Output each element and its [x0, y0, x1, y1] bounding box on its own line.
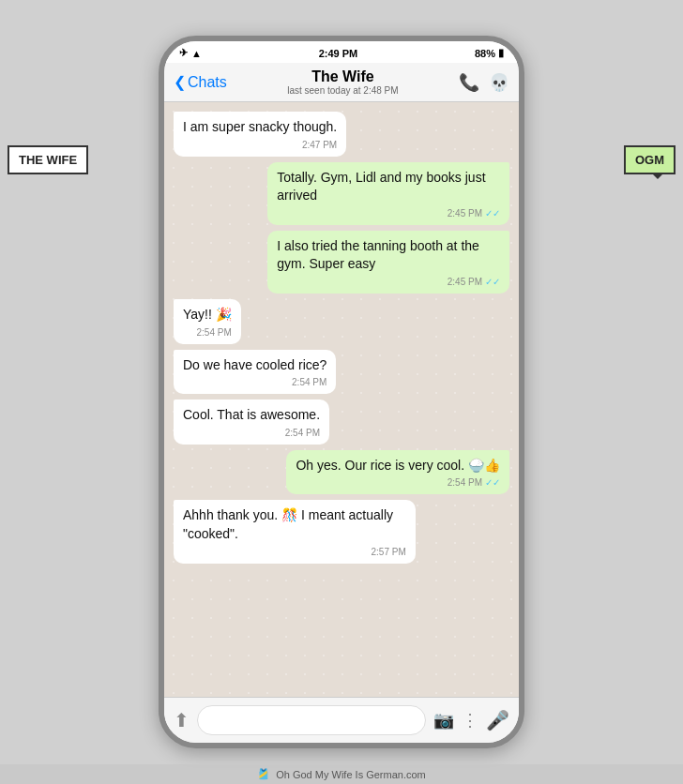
contact-name: The Wife — [227, 68, 459, 85]
status-bar: ✈ ▲ 2:49 PM 88% ▮ — [164, 41, 519, 63]
skull-icon[interactable]: 💀 — [489, 72, 509, 93]
message-text: Totally. Gym, Lidl and my books just arr… — [277, 169, 500, 205]
message-bubble: Yay!! 🎉2:54 PM — [174, 299, 241, 344]
phone-icon[interactable]: 📞 — [459, 72, 479, 93]
message-row: I am super snacky though.2:47 PM — [174, 112, 509, 157]
last-seen: last seen today at 2:48 PM — [227, 85, 459, 96]
message-text: Yay!! 🎉 — [183, 306, 232, 324]
message-row: I also tried the tanning booth at the gy… — [174, 231, 509, 294]
message-bubble: Oh yes. Our rice is very cool. 🍚👍2:54 PM… — [286, 450, 509, 495]
status-time: 2:49 PM — [319, 48, 358, 59]
back-button[interactable]: ❮ Chats — [174, 73, 227, 91]
bottom-bar: ⬆ 📷 ⋮ 🎤 — [164, 697, 519, 743]
message-bubble: I am super snacky though.2:47 PM — [174, 112, 346, 157]
message-time: 2:54 PM — [448, 476, 482, 490]
chat-area: I am super snacky though.2:47 PMTotally.… — [164, 102, 519, 697]
status-right: 88% ▮ — [475, 47, 504, 59]
message-bubble: Do we have cooled rice?2:54 PM — [174, 350, 336, 395]
upload-button[interactable]: ⬆ — [174, 709, 190, 731]
message-ticks: ✓✓ — [485, 276, 500, 289]
message-text: Ahhh thank you. 🎊 I meant actually "cook… — [183, 506, 406, 543]
message-text: I am super snacky though. — [183, 118, 337, 137]
message-bubble: I also tried the tanning booth at the gy… — [267, 231, 509, 294]
message-row: Do we have cooled rice?2:54 PM — [174, 350, 509, 395]
microphone-button[interactable]: 🎤 — [486, 709, 509, 731]
message-bubble: Ahhh thank you. 🎊 I meant actually "cook… — [174, 500, 416, 563]
message-text: Oh yes. Our rice is very cool. 🍚👍 — [296, 457, 500, 475]
message-row: Totally. Gym, Lidl and my books just arr… — [174, 162, 509, 225]
message-row: Oh yes. Our rice is very cool. 🍚👍2:54 PM… — [174, 450, 509, 495]
nav-icons: 📞 💀 — [459, 72, 509, 93]
message-text: Cool. That is awesome. — [183, 406, 320, 425]
message-time: 2:47 PM — [302, 139, 337, 152]
message-time: 2:45 PM — [448, 276, 482, 289]
message-time: 2:57 PM — [372, 546, 406, 559]
message-row: Yay!! 🎉2:54 PM — [174, 299, 509, 344]
phone-frame: ✈ ▲ 2:49 PM 88% ▮ ❮ Chats The Wife last … — [159, 36, 524, 748]
battery-icon: ▮ — [498, 47, 504, 59]
message-time: 2:54 PM — [197, 326, 232, 339]
footer-banner: 🎽 Oh God My Wife Is German.com — [0, 764, 683, 784]
message-time: 2:54 PM — [285, 427, 320, 440]
back-label[interactable]: Chats — [188, 74, 227, 91]
camera-button[interactable]: 📷 — [433, 710, 454, 731]
footer-text: Oh God My Wife Is German.com — [276, 769, 426, 780]
nav-center: The Wife last seen today at 2:48 PM — [227, 68, 459, 96]
message-time: 2:54 PM — [292, 376, 326, 389]
message-bubble: Totally. Gym, Lidl and my books just arr… — [267, 162, 509, 225]
battery-percent: 88% — [475, 48, 495, 59]
more-options-button[interactable]: ⋮ — [462, 710, 478, 731]
wifi-icon: ▲ — [191, 48, 202, 59]
message-time: 2:45 PM — [448, 207, 482, 220]
message-ticks: ✓✓ — [485, 476, 500, 490]
message-row: Cool. That is awesome.2:54 PM — [174, 400, 509, 445]
nav-bar: ❮ Chats The Wife last seen today at 2:48… — [164, 63, 519, 102]
page-wrapper: THE WIFE OGM ✈ ▲ 2:49 PM 88% ▮ ❮ Chats T… — [0, 0, 683, 784]
message-text: Do we have cooled rice? — [183, 356, 326, 375]
footer-icon: 🎽 — [257, 768, 270, 780]
status-left: ✈ ▲ — [179, 47, 202, 59]
message-ticks: ✓✓ — [485, 207, 500, 220]
message-row: Ahhh thank you. 🎊 I meant actually "cook… — [174, 500, 509, 563]
message-text: I also tried the tanning booth at the gy… — [277, 237, 500, 274]
chevron-left-icon: ❮ — [174, 73, 186, 91]
message-bubble: Cool. That is awesome.2:54 PM — [174, 400, 329, 445]
ogm-label: OGM — [624, 145, 675, 174]
airplane-icon: ✈ — [179, 47, 188, 59]
message-input[interactable] — [197, 705, 426, 735]
wife-label: THE WIFE — [8, 145, 88, 174]
